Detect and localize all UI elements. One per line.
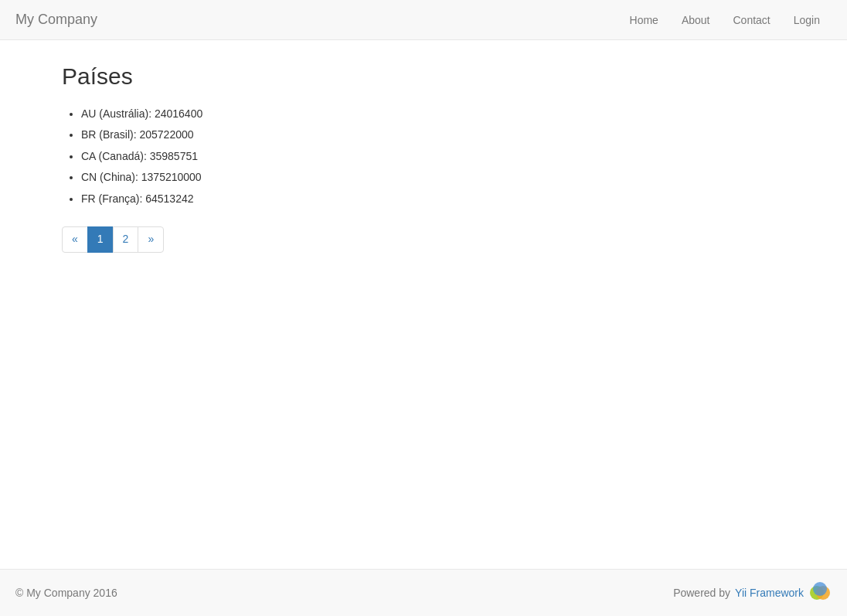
yii-logo-icon xyxy=(808,581,832,604)
pagination-next: » xyxy=(138,226,164,253)
main-content: Países AU (Austrália): 24016400 BR (Bras… xyxy=(0,40,847,569)
pagination-page-2: 2 xyxy=(114,226,139,253)
country-list: AU (Austrália): 24016400 BR (Brasil): 20… xyxy=(62,105,785,207)
nav-item-about: About xyxy=(670,0,722,40)
nav-item-login: Login xyxy=(782,0,832,40)
nav-item-contact: Contact xyxy=(721,0,781,40)
pagination-prev-link[interactable]: « xyxy=(62,226,88,253)
list-item: CA (Canadá): 35985751 xyxy=(81,148,785,165)
navbar-brand[interactable]: My Company xyxy=(15,12,97,28)
nav-link-login[interactable]: Login xyxy=(782,0,832,40)
footer-powered-by: Powered by xyxy=(673,587,730,599)
list-item: FR (França): 64513242 xyxy=(81,190,785,207)
pagination: « 1 2 » xyxy=(62,226,785,253)
pagination-page-2-link[interactable]: 2 xyxy=(113,226,139,253)
footer: © My Company 2016 Powered by Yii Framewo… xyxy=(0,569,847,616)
svg-point-2 xyxy=(813,582,827,596)
yii-framework-link[interactable]: Yii Framework xyxy=(735,587,804,599)
nav-link-home[interactable]: Home xyxy=(618,0,670,40)
page-title: Países xyxy=(62,63,785,90)
navbar: My Company Home About Contact Login xyxy=(0,0,847,40)
nav-link-contact[interactable]: Contact xyxy=(721,0,781,40)
footer-copyright: © My Company 2016 xyxy=(15,587,117,599)
pagination-page-1: 1 xyxy=(88,226,114,253)
list-item: AU (Austrália): 24016400 xyxy=(81,105,785,122)
navbar-nav: Home About Contact Login xyxy=(618,0,832,40)
nav-item-home: Home xyxy=(618,0,670,40)
list-item: CN (China): 1375210000 xyxy=(81,168,785,185)
nav-link-about[interactable]: About xyxy=(670,0,722,40)
pagination-next-link[interactable]: » xyxy=(138,226,164,253)
pagination-page-1-label: 1 xyxy=(87,226,114,253)
list-item: BR (Brasil): 205722000 xyxy=(81,126,785,143)
pagination-prev: « xyxy=(62,226,88,253)
footer-right: Powered by Yii Framework xyxy=(673,581,832,604)
